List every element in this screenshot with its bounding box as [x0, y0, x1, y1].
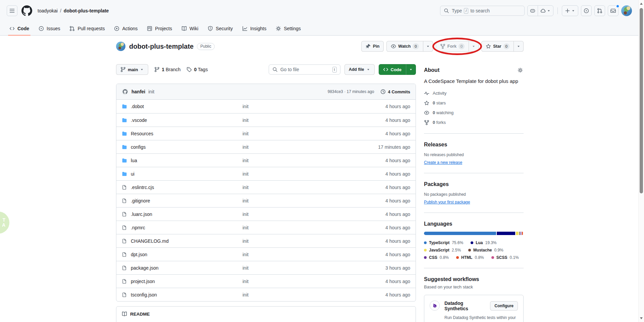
file-name-link[interactable]: ui	[122, 171, 243, 177]
file-name-link[interactable]: .dobot	[122, 104, 243, 109]
create-release-link[interactable]: Create a new release	[424, 160, 462, 165]
file-name-link[interactable]: .gitignore	[122, 198, 243, 203]
row-updated-time[interactable]: 17 minutes ago	[378, 144, 410, 150]
file-name-link[interactable]: lua	[122, 158, 243, 163]
row-updated-time[interactable]: 4 hours ago	[385, 212, 410, 217]
code-dropdown-button[interactable]	[406, 64, 416, 75]
pull-requests-global-button[interactable]	[594, 5, 605, 16]
tab-projects[interactable]: Projects	[142, 21, 177, 35]
readme-tab[interactable]: README	[130, 312, 150, 317]
go-to-file-input[interactable]: Go to file t	[269, 64, 340, 75]
row-commit-message[interactable]: init	[243, 252, 385, 257]
configure-workflow-button[interactable]: Configure	[490, 301, 518, 311]
row-commit-message[interactable]: init	[243, 265, 385, 271]
watch-button[interactable]: Watch 0	[386, 41, 423, 52]
row-commit-message[interactable]: init	[243, 238, 385, 244]
row-updated-time[interactable]: 4 hours ago	[385, 131, 410, 136]
row-commit-message[interactable]: init	[243, 104, 385, 109]
tags-link[interactable]: 0 Tags	[186, 67, 208, 72]
fork-dropdown-button[interactable]	[469, 41, 479, 52]
tab-pull-requests[interactable]: Pull requests	[65, 21, 109, 35]
row-commit-message[interactable]: init	[243, 279, 385, 284]
file-name-link[interactable]: .npmrc	[122, 225, 243, 230]
row-updated-time[interactable]: 4 hours ago	[385, 292, 410, 297]
row-commit-message[interactable]: init	[243, 212, 385, 217]
about-meta-item[interactable]: 0 watching	[424, 110, 524, 116]
repo-owner-avatar[interactable]	[116, 42, 125, 51]
star-button[interactable]: Star 0	[481, 41, 514, 52]
about-meta-item[interactable]: Activity	[424, 91, 524, 96]
row-updated-time[interactable]: 3 hours ago	[385, 265, 410, 271]
publish-package-link[interactable]: Publish your first package	[424, 200, 470, 204]
tab-issues[interactable]: Issues	[34, 21, 65, 35]
file-name-link[interactable]: Resources	[122, 131, 243, 136]
row-commit-message[interactable]: init	[243, 144, 378, 150]
branch-selector[interactable]: main	[116, 64, 148, 75]
about-settings-button[interactable]	[517, 67, 524, 74]
language-legend-item[interactable]: SCSS0.1%	[491, 255, 519, 260]
row-updated-time[interactable]: 4 hours ago	[385, 185, 410, 190]
language-legend-item[interactable]: JavaScript2.5%	[424, 248, 461, 252]
file-name-link[interactable]: tsconfig.json	[122, 292, 243, 297]
commit-history-link[interactable]: 4 Commits	[380, 89, 410, 94]
file-name-link[interactable]: CHANGELOG.md	[122, 238, 243, 244]
row-updated-time[interactable]: 4 hours ago	[385, 252, 410, 257]
tab-code[interactable]: Code	[5, 21, 34, 35]
commit-sha-time[interactable]: 9834ce3 · 17 minutes ago	[328, 89, 374, 94]
tab-actions[interactable]: Actions	[109, 21, 142, 35]
row-updated-time[interactable]: 4 hours ago	[385, 158, 410, 163]
branches-link[interactable]: 1 Branch	[154, 67, 180, 72]
row-commit-message[interactable]: init	[243, 225, 385, 230]
row-updated-time[interactable]: 4 hours ago	[385, 238, 410, 244]
row-updated-time[interactable]: 4 hours ago	[385, 279, 410, 284]
inbox-button[interactable]	[608, 5, 619, 16]
tab-settings[interactable]: Settings	[271, 21, 306, 35]
language-legend-item[interactable]: Lua19.3%	[471, 240, 496, 245]
language-legend-item[interactable]: HTML0.8%	[456, 255, 484, 260]
file-name-link[interactable]: .vscode	[122, 118, 243, 123]
file-name-link[interactable]: configs	[122, 144, 243, 150]
copilot-button[interactable]	[527, 5, 538, 16]
code-button[interactable]: Code	[379, 64, 406, 75]
row-commit-message[interactable]: init	[243, 292, 385, 297]
issues-global-button[interactable]	[581, 5, 592, 16]
scrollbar-down-arrow[interactable]	[640, 317, 643, 319]
about-meta-item[interactable]: 0 forks	[424, 120, 524, 125]
scrollbar-thumb[interactable]	[640, 8, 643, 193]
about-meta-item[interactable]: 0 stars	[424, 100, 524, 106]
file-name-link[interactable]: .luarc.json	[122, 212, 243, 217]
fork-button[interactable]: Fork 0	[436, 41, 469, 52]
language-legend-item[interactable]: CSS0.8%	[424, 255, 449, 260]
row-commit-message[interactable]: init	[243, 185, 385, 190]
row-updated-time[interactable]: 4 hours ago	[385, 225, 410, 230]
commit-author-avatar[interactable]	[122, 88, 128, 95]
watch-dropdown-button[interactable]	[423, 41, 433, 52]
file-name-link[interactable]: project.json	[122, 279, 243, 284]
row-updated-time[interactable]: 4 hours ago	[385, 198, 410, 203]
language-bar[interactable]	[424, 232, 524, 235]
hamburger-menu-button[interactable]	[7, 5, 17, 16]
language-legend-item[interactable]: TypeScript75.6%	[424, 240, 463, 245]
commit-message[interactable]: init	[148, 89, 154, 94]
row-updated-time[interactable]: 4 hours ago	[385, 104, 410, 109]
row-updated-time[interactable]: 4 hours ago	[385, 118, 410, 123]
copilot-menu-button[interactable]	[538, 5, 553, 16]
tab-security[interactable]: Security	[203, 21, 237, 35]
commit-author[interactable]: hanfei	[131, 89, 145, 94]
row-commit-message[interactable]: init	[243, 171, 385, 177]
add-file-button[interactable]: Add file	[344, 64, 375, 75]
language-legend-item[interactable]: Mustache0.9%	[468, 248, 503, 252]
scrollbar-up-arrow[interactable]	[640, 3, 643, 5]
global-search-input[interactable]: Type/to search	[440, 6, 525, 16]
tab-wiki[interactable]: Wiki	[177, 21, 203, 35]
github-logo[interactable]	[21, 5, 32, 16]
row-commit-message[interactable]: init	[243, 158, 385, 163]
tab-insights[interactable]: Insights	[237, 21, 271, 35]
star-dropdown-button[interactable]	[514, 41, 524, 52]
user-avatar[interactable]	[621, 5, 632, 16]
pin-button[interactable]: Pin	[361, 41, 384, 52]
file-name-link[interactable]: dpt.json	[122, 252, 243, 257]
row-updated-time[interactable]: 4 hours ago	[385, 171, 410, 177]
file-name-link[interactable]: package.json	[122, 265, 243, 271]
row-commit-message[interactable]: init	[243, 198, 385, 203]
